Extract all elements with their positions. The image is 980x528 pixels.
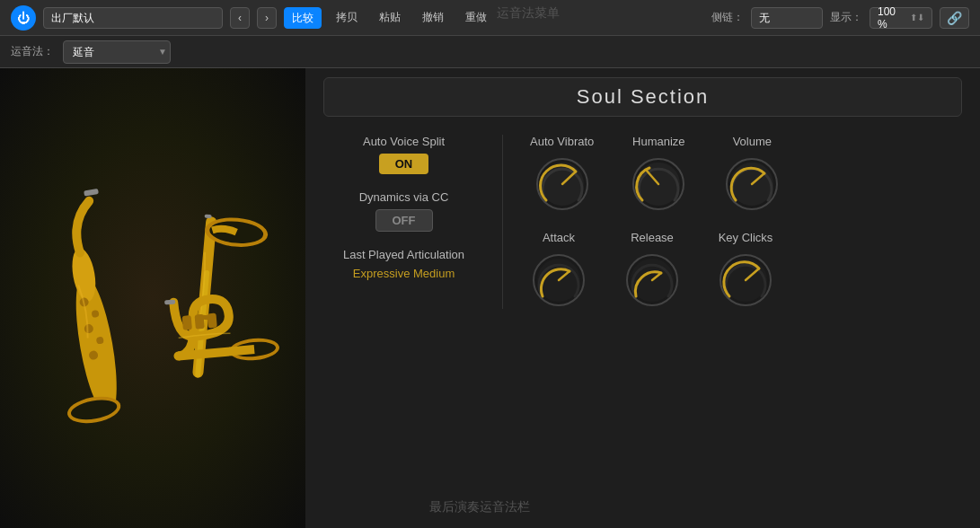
link-button[interactable]: 🔗	[940, 7, 969, 29]
auto-voice-split-toggle[interactable]: ON	[379, 154, 429, 174]
back-button[interactable]: ‹	[230, 7, 250, 29]
last-played-articulation-label: Last Played Articulation	[343, 248, 464, 261]
dynamics-via-cc-toggle[interactable]: OFF	[375, 209, 433, 232]
humanize-group: Humanize	[630, 135, 687, 213]
auto-voice-split-group: Auto Voice Split ON	[323, 135, 484, 174]
redo-button[interactable]: 重做	[458, 7, 494, 29]
auto-vibrato-label: Auto Vibrato	[530, 135, 594, 148]
plugin-title: Soul Section	[323, 77, 962, 117]
svg-rect-18	[182, 315, 192, 330]
sidechain-label: 侧链：	[711, 10, 744, 25]
articulation-value: Expressive Medium	[353, 267, 455, 280]
instruments-image	[18, 154, 287, 442]
volume-knob[interactable]	[723, 155, 781, 213]
articulation-bar: 运音法： 延音 ▼	[0, 36, 980, 68]
last-played-articulation-group: Last Played Articulation Expressive Medi…	[323, 248, 484, 280]
main-content: Soul Section Auto Voice Split ON Dynamic…	[0, 68, 980, 528]
left-controls: Auto Voice Split ON Dynamics via CC OFF …	[323, 135, 503, 309]
svg-rect-21	[164, 299, 175, 304]
sidechain-select[interactable]: 无	[751, 7, 823, 29]
power-button[interactable]: ⏻	[11, 5, 36, 31]
auto-vibrato-group: Auto Vibrato	[530, 135, 594, 213]
key-clicks-knob[interactable]	[717, 251, 774, 309]
knobs-bottom-row: Attack Release	[530, 231, 962, 309]
display-label: 显示：	[830, 10, 862, 25]
articulation-select[interactable]: 延音	[63, 40, 171, 64]
zoom-value: 100 %	[878, 5, 906, 31]
dynamics-via-cc-label: Dynamics via CC	[359, 190, 449, 204]
attack-group: Attack	[530, 231, 587, 309]
preset-select[interactable]: 出厂默认	[43, 7, 223, 29]
release-group: Release	[623, 231, 681, 309]
volume-group: Volume	[723, 135, 781, 213]
attack-label: Attack	[543, 231, 575, 244]
paste-button[interactable]: 粘贴	[372, 7, 408, 29]
articulation-label: 运音法：	[11, 44, 54, 59]
volume-label: Volume	[733, 135, 772, 148]
release-knob[interactable]	[623, 251, 681, 309]
knobs-top-row: Auto Vibrato	[530, 135, 962, 213]
attack-knob[interactable]	[530, 251, 587, 309]
humanize-label: Humanize	[632, 135, 685, 148]
humanize-knob[interactable]	[630, 155, 687, 213]
key-clicks-group: Key Clicks	[717, 231, 774, 309]
toolbar: ⏻ 出厂默认 ‹ › 比较 拷贝 粘贴 撤销 重做 侧链： 无 显示： 100 …	[0, 0, 980, 36]
svg-rect-4	[84, 189, 99, 197]
compare-button[interactable]: 比较	[284, 7, 322, 29]
plugin-area: Soul Section Auto Voice Split ON Dynamic…	[305, 68, 980, 528]
forward-button[interactable]: ›	[257, 7, 277, 29]
auto-voice-split-label: Auto Voice Split	[363, 135, 445, 148]
svg-rect-20	[207, 313, 216, 329]
svg-rect-19	[195, 314, 205, 330]
key-clicks-label: Key Clicks	[719, 231, 773, 244]
dynamics-via-cc-group: Dynamics via CC OFF	[323, 190, 484, 232]
undo-button[interactable]: 撤销	[415, 7, 451, 29]
release-label: Release	[631, 231, 674, 244]
copy-button[interactable]: 拷贝	[329, 7, 365, 29]
zoom-control[interactable]: 100 % ⬆⬇	[870, 7, 932, 29]
right-controls: Auto Vibrato	[503, 135, 962, 309]
instrument-area	[0, 68, 305, 528]
auto-vibrato-knob[interactable]	[534, 155, 591, 213]
svg-rect-15	[204, 215, 211, 219]
